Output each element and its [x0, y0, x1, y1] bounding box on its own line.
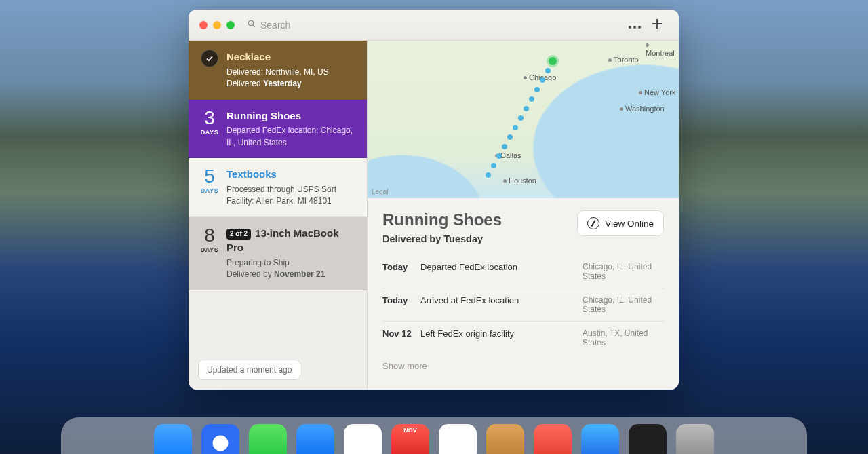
- compass-icon: [587, 217, 599, 229]
- package-count-pill: 2 of 2: [226, 229, 251, 240]
- package-status: Processed through USPS Sort Facility: Al…: [226, 184, 357, 208]
- package-info: Textbooks Processed through USPS Sort Fa…: [226, 167, 357, 208]
- event-location: Austin, TX, United States: [583, 322, 664, 355]
- svg-line-1: [253, 24, 255, 26]
- dock-app-messages[interactable]: [249, 424, 287, 454]
- dock-app-generic-3[interactable]: [629, 424, 667, 454]
- detail-header: Running Shoes Delivered by Tuesday View …: [382, 210, 664, 244]
- days-label: DAYS: [201, 129, 219, 136]
- titlebar: [189, 10, 679, 41]
- dock-app-calendar[interactable]: NOV: [391, 424, 429, 454]
- package-delivery-line: Delivered by November 21: [226, 269, 357, 280]
- map-legal-link[interactable]: Legal: [372, 188, 388, 195]
- close-window-button[interactable]: [199, 21, 208, 29]
- dock-app-finder[interactable]: [154, 424, 192, 454]
- view-online-button[interactable]: View Online: [577, 210, 664, 236]
- detail-meta: Refreshed a moment ago Tracking No. 4028…: [382, 386, 664, 390]
- map-city-toronto: Toronto: [608, 56, 639, 64]
- detail-subtitle: Delivered by Tuesday: [382, 233, 502, 244]
- package-delivery-line: Delivered Yesterday: [226, 78, 357, 90]
- add-button[interactable]: [646, 16, 668, 35]
- delivered-check-icon: [201, 50, 218, 67]
- days-count: 5: [204, 167, 215, 186]
- package-item-textbooks[interactable]: 5 DAYS Textbooks Processed through USPS …: [189, 158, 367, 217]
- search-field[interactable]: [247, 19, 361, 31]
- event-text: Left FedEx origin facility: [420, 322, 583, 355]
- table-row: Today Departed FedEx location Chicago, I…: [382, 255, 664, 288]
- map-destination-pin-icon: [549, 57, 557, 65]
- dock-app-safari[interactable]: [201, 424, 239, 454]
- package-title: 2 of 213-inch MacBook Pro: [226, 226, 357, 256]
- svg-point-2: [629, 26, 631, 29]
- sidebar-footer: Updated a moment ago: [189, 350, 367, 390]
- dock-app-generic-4[interactable]: [676, 424, 714, 454]
- dock-app-mail[interactable]: [296, 424, 334, 454]
- zoom-window-button[interactable]: [226, 21, 235, 29]
- event-text: Arrived at FedEx location: [420, 288, 583, 322]
- dock-app-photos[interactable]: [344, 424, 382, 454]
- package-title: Textbooks: [226, 167, 357, 182]
- days-count: 8: [204, 226, 215, 245]
- table-row: Nov 12 Left FedEx origin facility Austin…: [382, 322, 664, 355]
- event-location: Chicago, IL, United States: [583, 255, 664, 288]
- svg-point-0: [248, 20, 254, 26]
- table-row: Today Arrived at FedEx location Chicago,…: [382, 288, 664, 322]
- event-text: Departed FedEx location: [420, 255, 583, 288]
- package-status: Departed FedEx location: Chicago, IL, Un…: [226, 125, 357, 149]
- map-city-houston: Houston: [503, 176, 536, 185]
- package-status: Delivered: Northville, MI, US: [226, 67, 357, 78]
- dock-app-contacts[interactable]: [439, 424, 477, 454]
- macos-dock: NOV: [61, 417, 807, 454]
- event-date: Nov 12: [382, 322, 420, 355]
- days-label: DAYS: [201, 187, 219, 194]
- detail-pane: Chicago Toronto Montreal New York Washin…: [368, 41, 679, 390]
- event-date: Today: [382, 288, 420, 322]
- package-list: Necklace Delivered: Northville, MI, US D…: [189, 41, 368, 390]
- dock-app-generic-2[interactable]: [581, 424, 619, 454]
- map-city-montreal: Montreal: [646, 41, 679, 57]
- event-location: Chicago, IL, United States: [583, 288, 664, 322]
- refresh-status-button[interactable]: Updated a moment ago: [198, 360, 300, 380]
- view-online-label: View Online: [605, 219, 654, 229]
- tracking-events-table: Today Departed FedEx location Chicago, I…: [382, 255, 664, 354]
- map-city-newyork: New York: [639, 88, 675, 96]
- tracking-map[interactable]: Chicago Toronto Montreal New York Washin…: [368, 41, 679, 198]
- svg-point-3: [633, 26, 636, 29]
- package-item-necklace[interactable]: Necklace Delivered: Northville, MI, US D…: [189, 41, 367, 100]
- package-title: Necklace: [226, 50, 357, 64]
- search-icon: [247, 19, 256, 31]
- dock-app-parcel[interactable]: [486, 424, 524, 454]
- svg-point-4: [638, 26, 641, 29]
- package-info: Running Shoes Departed FedEx location: C…: [226, 109, 357, 149]
- package-item-running-shoes[interactable]: 3 DAYS Running Shoes Departed FedEx loca…: [189, 100, 367, 159]
- search-input[interactable]: [260, 20, 361, 31]
- map-city-washington: Washington: [620, 105, 665, 113]
- event-date: Today: [382, 255, 420, 288]
- show-more-button[interactable]: Show more: [382, 361, 664, 371]
- package-item-macbook-pro[interactable]: 8 DAYS 2 of 213-inch MacBook Pro Prepari…: [189, 217, 367, 290]
- minimize-window-button[interactable]: [213, 21, 221, 29]
- package-info: Necklace Delivered: Northville, MI, US D…: [226, 50, 357, 90]
- days-count: 3: [204, 109, 215, 128]
- dock-app-generic-1[interactable]: [534, 424, 572, 454]
- package-title: Running Shoes: [226, 109, 357, 124]
- app-window: Necklace Delivered: Northville, MI, US D…: [189, 10, 679, 390]
- traffic-lights: [199, 21, 235, 29]
- refreshed-label: Refreshed a moment ago: [382, 386, 664, 390]
- package-info: 2 of 213-inch MacBook Pro Preparing to S…: [226, 226, 357, 281]
- detail-title: Running Shoes: [382, 210, 502, 229]
- calendar-month-label: NOV: [391, 424, 429, 434]
- package-status: Preparing to Ship: [226, 257, 357, 269]
- days-label: DAYS: [201, 246, 219, 253]
- more-menu-button[interactable]: [623, 16, 646, 34]
